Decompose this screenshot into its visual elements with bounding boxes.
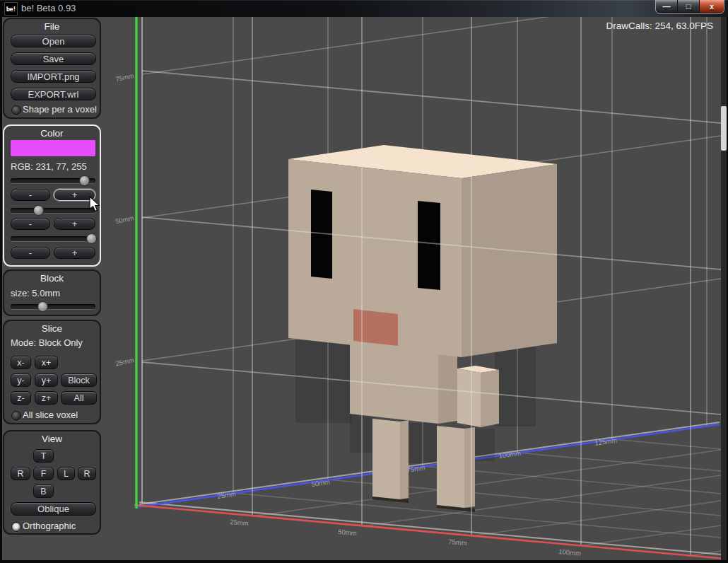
slice-y-plus-button[interactable]: y+ [35, 373, 58, 387]
app-icon: be! [4, 2, 18, 16]
title-bar: be! be! Beta 0.93 — □ x [0, 0, 728, 17]
maximize-button[interactable]: □ [678, 0, 699, 13]
view-panel-title: View [4, 434, 100, 444]
slice-block-button[interactable]: Block [61, 373, 97, 387]
green-plus-button[interactable]: + [54, 218, 95, 230]
rgb-value-label: RGB: 231, 77, 255 [11, 161, 87, 172]
view-top-button[interactable]: T [33, 449, 54, 463]
right-leg-side [464, 427, 475, 508]
x-axis-label: 50mm [338, 528, 357, 537]
view-panel: View T R F L R B Oblique Orthographic [3, 430, 101, 535]
mouth [353, 309, 398, 346]
right-eye [418, 201, 440, 290]
block-panel-title: Block [4, 273, 100, 284]
view-left-button[interactable]: L [57, 467, 75, 480]
color-panel-title: Color [4, 128, 100, 139]
open-button[interactable]: Open [11, 35, 96, 47]
red-minus-button[interactable]: - [11, 189, 50, 201]
slice-y-minus-button[interactable]: y- [11, 373, 31, 387]
minimize-button[interactable]: — [656, 0, 677, 13]
left-leg-side [400, 420, 409, 499]
blue-slider[interactable] [11, 236, 95, 241]
view-front-button[interactable]: F [33, 467, 54, 480]
all-slice-voxel-checkbox[interactable] [11, 411, 21, 421]
slice-mode-label: Mode: Block Only [11, 337, 83, 348]
block-size-slider-thumb[interactable] [37, 301, 48, 312]
import-png-button[interactable]: IMPORT.png [11, 70, 96, 83]
slice-panel: Slice Mode: Block Only x- x+ y- y+ Block… [3, 320, 101, 424]
arm-side [481, 370, 499, 427]
shape-per-voxel-label: Shape per a voxel [23, 104, 97, 115]
green-minus-button[interactable]: - [11, 218, 50, 230]
slice-panel-title: Slice [4, 323, 100, 334]
green-slider[interactable] [11, 208, 95, 213]
left-leg-front [372, 419, 400, 499]
file-panel: File Open Save IMPORT.png EXPORT.wrl Sha… [3, 18, 101, 119]
all-slice-voxel-label: All slice voxel [23, 410, 78, 420]
export-wrl-button[interactable]: EXPORT.wrl [11, 88, 96, 100]
drawcalls-stats: DrawCalls: 254, 63.0FPS [606, 21, 713, 31]
oblique-button[interactable]: Oblique [11, 502, 96, 516]
close-button[interactable]: x [700, 0, 724, 13]
viewport-3d[interactable]: 75mm 50mm 25mm 25mm 50mm 75mm 100mm 125m… [0, 0, 728, 563]
blue-minus-button[interactable]: - [11, 247, 50, 259]
mouse-cursor [89, 196, 102, 213]
torso-front [350, 344, 438, 424]
x-axis-label: 25mm [230, 518, 249, 527]
shape-per-voxel-checkbox[interactable] [11, 105, 21, 115]
block-panel: Block size: 5.0mm [3, 269, 101, 316]
color-swatch [11, 140, 95, 156]
slice-all-button[interactable]: All [61, 391, 97, 405]
red-slider[interactable] [11, 178, 95, 183]
x-axis-label: 75mm [448, 538, 467, 547]
right-scrollbar[interactable] [721, 17, 727, 560]
window-title: be! Beta 0.93 [21, 3, 76, 13]
slice-x-minus-button[interactable]: x- [11, 356, 31, 369]
blue-slider-thumb[interactable] [86, 233, 97, 244]
app-window: 75mm 50mm 25mm 25mm 50mm 75mm 100mm 125m… [0, 0, 728, 563]
orthographic-radio[interactable] [11, 522, 21, 532]
red-slider-thumb[interactable] [79, 175, 90, 186]
green-slider-thumb[interactable] [33, 205, 44, 216]
scrollbar-thumb[interactable] [721, 106, 727, 151]
slice-x-plus-button[interactable]: x+ [35, 356, 58, 369]
block-size-label: size: 5.0mm [11, 288, 60, 298]
arm-front [457, 368, 481, 427]
save-button[interactable]: Save [11, 52, 96, 65]
right-leg-front [437, 426, 464, 508]
blue-plus-button[interactable]: + [54, 247, 95, 259]
slice-z-minus-button[interactable]: z- [11, 391, 31, 405]
color-panel: Color RGB: 231, 77, 255 - + - + - + [3, 124, 101, 267]
orthographic-label: Orthographic [23, 521, 76, 531]
view-right2-button[interactable]: R [78, 467, 96, 480]
view-bottom-button[interactable]: B [33, 484, 54, 498]
view-right-button[interactable]: R [11, 467, 30, 480]
file-panel-title: File [4, 21, 100, 32]
window-controls: — □ x [655, 0, 724, 14]
head-side [462, 164, 557, 357]
slice-z-plus-button[interactable]: z+ [35, 391, 58, 405]
block-size-slider[interactable] [11, 304, 95, 309]
torso-side [438, 351, 457, 424]
